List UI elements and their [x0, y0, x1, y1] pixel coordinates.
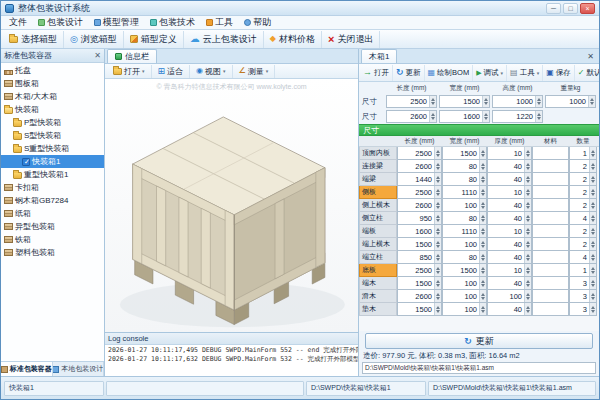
spinner[interactable]: [482, 96, 489, 107]
tab-wooden-box[interactable]: 木箱1: [361, 49, 397, 63]
part-quantity-stepper[interactable]: 4: [569, 251, 597, 264]
part-thickness-input[interactable]: 40: [487, 173, 532, 186]
spinner[interactable]: [434, 238, 441, 250]
part-width-input[interactable]: 80: [442, 212, 487, 225]
tree-item[interactable]: 纸箱: [1, 207, 104, 220]
part-length-input[interactable]: 950: [397, 212, 442, 225]
part-material-select[interactable]: [532, 225, 569, 238]
inner-width-input[interactable]: 1600: [439, 110, 490, 123]
part-length-input[interactable]: 2500: [397, 186, 442, 199]
toolbar-button[interactable]: 关闭退出: [322, 31, 380, 48]
part-thickness-input[interactable]: 10: [487, 264, 532, 277]
toolbar-button[interactable]: 箱型定义: [124, 31, 184, 48]
part-material-select[interactable]: [532, 264, 569, 277]
spinner[interactable]: [524, 303, 531, 315]
spinner[interactable]: [434, 173, 441, 185]
tree-item[interactable]: 木箱/大木箱: [1, 90, 104, 103]
toolbar-button[interactable]: 材料价格: [264, 31, 322, 48]
viewport-tool-button[interactable]: 视图 ▾: [190, 65, 233, 78]
tree-item[interactable]: 托盘: [1, 64, 104, 77]
part-width-input[interactable]: 1110: [442, 186, 487, 199]
panel-toolbar-button[interactable]: 绘制BOM: [425, 65, 474, 81]
part-quantity-stepper[interactable]: 3: [569, 277, 597, 290]
panel-close-icon[interactable]: ✕: [584, 52, 597, 61]
spinner[interactable]: [589, 238, 596, 250]
toolbar-button[interactable]: 浏览箱型: [64, 31, 124, 48]
panel-toolbar-button[interactable]: 调试 ▾: [473, 65, 507, 81]
panel-toolbar-button[interactable]: 工具 ▾: [507, 65, 543, 81]
part-length-input[interactable]: 2500: [397, 147, 442, 160]
part-quantity-stepper[interactable]: 2: [569, 186, 597, 199]
spinner[interactable]: [434, 290, 441, 302]
part-material-select[interactable]: [532, 238, 569, 251]
part-thickness-input[interactable]: 10: [487, 147, 532, 160]
tree-item[interactable]: S型快装箱: [1, 129, 104, 142]
spinner[interactable]: [434, 147, 441, 159]
close-button[interactable]: ×: [580, 3, 595, 14]
spinner[interactable]: [524, 199, 531, 211]
spinner[interactable]: [479, 173, 486, 185]
spinner[interactable]: [434, 212, 441, 224]
spinner[interactable]: [434, 186, 441, 198]
part-length-input[interactable]: 1600: [397, 225, 442, 238]
spinner[interactable]: [589, 251, 596, 263]
spinner[interactable]: [524, 212, 531, 224]
spinner[interactable]: [479, 225, 486, 237]
panel-toolbar-button[interactable]: 默认: [575, 65, 600, 81]
part-length-input[interactable]: 1500: [397, 238, 442, 251]
spinner[interactable]: [535, 111, 542, 122]
part-width-input[interactable]: 80: [442, 160, 487, 173]
spinner[interactable]: [434, 277, 441, 289]
menu-item[interactable]: 工具: [201, 17, 238, 29]
sidebar-tab[interactable]: 标准包装容器: [1, 362, 53, 376]
inner-length-input[interactable]: 2600: [386, 110, 437, 123]
part-thickness-input[interactable]: 40: [487, 212, 532, 225]
part-width-input[interactable]: 100: [442, 277, 487, 290]
spinner[interactable]: [479, 277, 486, 289]
maximize-button[interactable]: □: [563, 3, 578, 14]
viewport-tool-button[interactable]: 打开 ▾: [107, 65, 152, 78]
part-length-input[interactable]: 1500: [397, 277, 442, 290]
spinner[interactable]: [479, 290, 486, 302]
tree-item[interactable]: 围板箱: [1, 77, 104, 90]
part-width-input[interactable]: 100: [442, 290, 487, 303]
part-length-input[interactable]: 2600: [397, 160, 442, 173]
toolbar-button[interactable]: 云上包装设计: [184, 31, 264, 48]
part-thickness-input[interactable]: 40: [487, 277, 532, 290]
part-length-input[interactable]: 850: [397, 251, 442, 264]
spinner[interactable]: [479, 251, 486, 263]
spinner[interactable]: [479, 238, 486, 250]
viewport-tool-button[interactable]: 测量 ▾: [233, 65, 276, 78]
spinner[interactable]: [589, 303, 596, 315]
sidebar-close-icon[interactable]: ✕: [94, 52, 101, 60]
spinner[interactable]: [479, 147, 486, 159]
part-thickness-input[interactable]: 40: [487, 199, 532, 212]
spinner[interactable]: [479, 303, 486, 315]
spinner[interactable]: [524, 173, 531, 185]
spinner[interactable]: [434, 264, 441, 276]
spinner[interactable]: [479, 264, 486, 276]
update-button[interactable]: 更新: [365, 333, 593, 349]
part-quantity-stepper[interactable]: 2: [569, 160, 597, 173]
part-quantity-stepper[interactable]: 3: [569, 290, 597, 303]
spinner[interactable]: [524, 186, 531, 198]
spinner[interactable]: [524, 160, 531, 172]
part-thickness-input[interactable]: 100: [487, 290, 532, 303]
panel-toolbar-button[interactable]: 保存: [543, 65, 575, 81]
part-material-select[interactable]: [532, 212, 569, 225]
part-width-input[interactable]: 1110: [442, 225, 487, 238]
part-length-input[interactable]: 2600: [397, 290, 442, 303]
part-length-input[interactable]: 2600: [397, 199, 442, 212]
spinner[interactable]: [479, 160, 486, 172]
menu-item[interactable]: 包装技术: [145, 17, 200, 29]
spinner[interactable]: [479, 199, 486, 211]
part-width-input[interactable]: 100: [442, 303, 487, 316]
part-quantity-stepper[interactable]: 2: [569, 225, 597, 238]
part-width-input[interactable]: 100: [442, 238, 487, 251]
part-quantity-stepper[interactable]: 1: [569, 264, 597, 277]
spinner[interactable]: [482, 111, 489, 122]
spinner[interactable]: [589, 186, 596, 198]
part-thickness-input[interactable]: 40: [487, 160, 532, 173]
part-quantity-stepper[interactable]: 1: [569, 147, 597, 160]
log-console-header[interactable]: Log console: [105, 333, 358, 345]
